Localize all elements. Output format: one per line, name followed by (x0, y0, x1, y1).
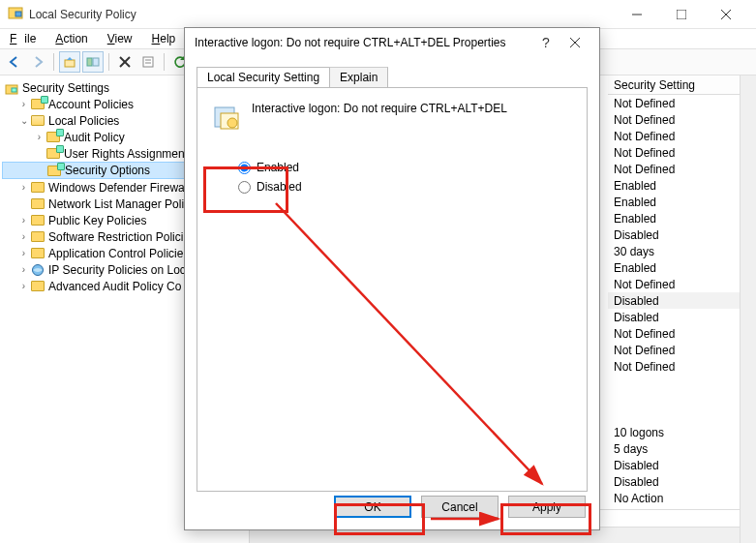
list-row[interactable]: Enabled (608, 210, 756, 226)
radio-disabled[interactable]: Disabled (238, 177, 573, 196)
tree-item-label: Application Control Policie (48, 247, 183, 260)
vertical-scrollbar[interactable] (740, 75, 756, 543)
folder-icon (30, 279, 45, 294)
list-row[interactable]: Disabled (608, 473, 756, 490)
ok-button[interactable]: OK (334, 496, 411, 518)
list-row[interactable] (608, 375, 756, 391)
radio-enabled[interactable]: Enabled (238, 158, 573, 177)
menu-help[interactable]: Help (148, 30, 180, 47)
collapse-icon[interactable]: ⌄ (17, 115, 30, 126)
svg-rect-1 (15, 12, 21, 16)
dialog-close-button[interactable] (560, 35, 590, 50)
properties-button[interactable] (137, 51, 159, 73)
svg-rect-6 (65, 60, 75, 67)
policy-icon (211, 102, 242, 133)
apply-button[interactable]: Apply (508, 496, 586, 518)
list-row[interactable]: Not Defined (608, 342, 756, 358)
tree-item-label: Public Key Policies (48, 214, 146, 227)
tree-item-label: IP Security Policies on Loca (48, 263, 193, 277)
list-row[interactable]: Not Defined (608, 95, 756, 111)
menu-action[interactable]: Action (51, 30, 91, 47)
radio-disabled-label: Disabled (257, 180, 302, 194)
list-row[interactable]: Disabled (608, 457, 756, 473)
folder-icon (45, 130, 61, 145)
delete-button[interactable] (114, 51, 136, 73)
tree-item-label: Software Restriction Policie (48, 230, 190, 244)
svg-rect-3 (677, 10, 686, 19)
show-hide-tree-button[interactable] (82, 51, 104, 73)
list-row[interactable]: Enabled (608, 259, 756, 276)
list-row[interactable]: Disabled (608, 309, 756, 325)
list-row[interactable]: Enabled (608, 177, 756, 194)
folder-icon (30, 229, 45, 245)
menu-file[interactable]: File (6, 30, 40, 47)
list-row[interactable]: 5 days (608, 440, 756, 457)
list-row[interactable]: Not Defined (608, 111, 756, 128)
list-header-security-setting[interactable]: Security Setting (608, 75, 756, 95)
up-button[interactable] (59, 51, 80, 73)
svg-rect-11 (143, 57, 153, 67)
cancel-button[interactable]: Cancel (421, 496, 499, 518)
list-row[interactable]: 10 logons (608, 424, 756, 440)
tree-item-label: Security Options (65, 164, 150, 177)
list-row[interactable] (608, 391, 756, 407)
window-titlebar: Local Security Policy (0, 0, 756, 29)
list-row[interactable]: No Action (608, 490, 756, 506)
list-row[interactable]: Disabled (608, 226, 756, 243)
minimize-button[interactable] (615, 0, 659, 29)
folder-icon (30, 213, 45, 228)
tree-item-label: Advanced Audit Policy Co (48, 280, 181, 293)
radio-enabled-label: Enabled (257, 161, 299, 174)
tree-item-label: Audit Policy (64, 131, 125, 144)
tab-local-security-setting[interactable]: Local Security Setting (197, 67, 330, 87)
list-row[interactable]: Enabled (608, 194, 756, 210)
security-settings-icon (4, 80, 19, 96)
folder-icon (30, 246, 45, 261)
maximize-button[interactable] (659, 0, 704, 29)
svg-point-22 (227, 118, 237, 128)
svg-rect-7 (87, 58, 92, 66)
policy-description: Interactive logon: Do not require CTRL+A… (252, 102, 507, 133)
dialog-help-button[interactable]: ? (531, 35, 560, 50)
expand-icon[interactable]: › (17, 231, 30, 242)
expand-icon[interactable]: › (17, 215, 30, 226)
svg-rect-16 (12, 88, 16, 92)
list-row[interactable] (608, 407, 756, 424)
list-row[interactable]: Not Defined (608, 161, 756, 177)
svg-rect-8 (93, 58, 99, 66)
list-row[interactable]: Not Defined (608, 128, 756, 144)
expand-icon[interactable]: › (17, 264, 30, 275)
tree-item-label: Network List Manager Polic (48, 197, 190, 211)
expand-icon[interactable]: › (17, 281, 30, 291)
menu-view[interactable]: View (104, 30, 136, 47)
expand-icon[interactable]: › (33, 132, 45, 142)
properties-dialog: Interactive logon: Do not require CTRL+A… (184, 27, 600, 530)
tree-item-label: Windows Defender Firewal… (48, 181, 198, 195)
expand-icon[interactable]: › (17, 248, 30, 258)
folder-icon (46, 163, 62, 178)
list-row[interactable]: Disabled (608, 292, 756, 309)
folder-icon (30, 196, 45, 212)
radio-enabled-input[interactable] (238, 162, 251, 174)
folder-icon (30, 262, 45, 278)
list-row[interactable]: Not Defined (608, 325, 756, 342)
tree-item-label: Local Policies (48, 114, 119, 128)
tab-explain[interactable]: Explain (329, 67, 388, 87)
folder-icon (30, 113, 45, 129)
folder-icon (30, 180, 45, 196)
back-button[interactable] (4, 51, 25, 73)
forward-button[interactable] (27, 51, 48, 73)
list-row[interactable]: 30 days (608, 243, 756, 259)
list-row[interactable]: Not Defined (608, 276, 756, 292)
expand-icon[interactable]: › (17, 182, 30, 193)
tree-item-label: User Rights Assignmen (64, 147, 185, 161)
expand-icon[interactable]: › (17, 99, 30, 109)
radio-disabled-input[interactable] (238, 181, 251, 194)
window-title: Local Security Policy (29, 8, 615, 21)
app-icon (8, 5, 23, 23)
folder-icon (45, 146, 61, 162)
dialog-title: Interactive logon: Do not require CTRL+A… (195, 36, 531, 49)
list-row[interactable]: Not Defined (608, 144, 756, 161)
close-button[interactable] (704, 0, 748, 29)
list-row[interactable]: Not Defined (608, 358, 756, 375)
